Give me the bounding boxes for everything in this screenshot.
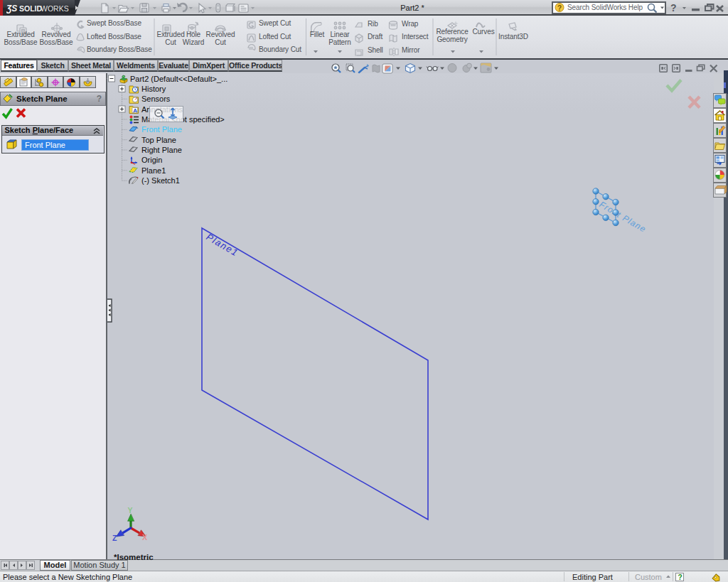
svg-text:Plane1: Plane1 <box>204 232 240 259</box>
svg-text:Z: Z <box>112 534 117 542</box>
svg-text:Y: Y <box>128 506 133 514</box>
svg-text:?: ? <box>678 573 682 581</box>
svg-text:X: X <box>142 533 147 541</box>
